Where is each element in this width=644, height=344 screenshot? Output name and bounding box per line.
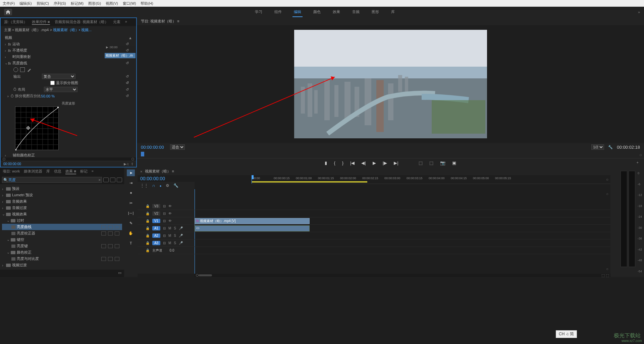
workspace-assembly[interactable]: 组件 [273, 7, 283, 17]
menu-edit[interactable]: 编辑(E) [19, 1, 32, 6]
menu-view[interactable]: 视图(V) [106, 1, 118, 6]
comparison-button[interactable]: ▣ [452, 160, 456, 165]
tree-obsolete[interactable]: ⌄过时 [2, 217, 122, 224]
tab-info[interactable]: 信息 [54, 169, 61, 174]
export-icon[interactable]: ▶♫ ⇪ [124, 162, 133, 166]
video-clip[interactable]: fx 视频素材（暗）.mp4 [V] [195, 218, 310, 224]
home-button[interactable] [4, 9, 12, 15]
tab-metadata[interactable]: 元素 [113, 19, 120, 25]
track-label[interactable]: V1 [152, 219, 160, 223]
lane-a3[interactable] [195, 239, 610, 247]
ripple-tool[interactable]: ✦ [127, 190, 135, 196]
go-to-in-button[interactable]: |◀ [350, 160, 355, 165]
track-a1-header[interactable]: 🔒A1⊟MS🎤 [138, 225, 195, 232]
reset-icon[interactable]: ↺ [126, 81, 129, 85]
tree-audio-fx[interactable]: ›音频效果 [2, 198, 122, 205]
tree-brightness-corrector[interactable]: 亮度校正器 [2, 230, 122, 236]
track-label[interactable]: A3 [152, 241, 160, 245]
lock-icon[interactable]: 🔒 [146, 219, 150, 223]
menu-sequence[interactable]: 序列(S) [54, 1, 66, 6]
output-select[interactable]: 复合 [42, 74, 75, 79]
lock-icon[interactable]: 🔒 [146, 234, 150, 237]
tree-lumetri[interactable]: ›Lumetri 预设 [2, 192, 122, 198]
solo-button[interactable]: S [174, 226, 176, 230]
tab-effects[interactable]: 效果 ≡ [65, 169, 76, 174]
playhead[interactable] [252, 175, 252, 184]
solo-button[interactable]: S [174, 241, 176, 245]
menu-marker[interactable]: 标记(M) [71, 1, 84, 6]
track-a2-header[interactable]: 🔒A2⊟MS🎤 [138, 232, 195, 239]
timeline-scrollbar[interactable]: ⬚ ⬚ [195, 274, 610, 277]
effect-time-remap[interactable]: ›fx时间重映射 [3, 54, 133, 60]
step-back-button[interactable]: ◀| [361, 160, 366, 165]
search-input[interactable] [2, 177, 102, 183]
track-label[interactable]: V3 [152, 204, 160, 208]
tree-video-fx[interactable]: ⌄视频效果 [2, 211, 122, 217]
track-label[interactable]: A2 [152, 233, 160, 238]
filter-icon-2[interactable] [110, 178, 115, 182]
lane-a2[interactable] [195, 232, 610, 239]
reset-icon[interactable]: ↺ [126, 42, 129, 46]
play-button[interactable]: ▶ [373, 160, 376, 165]
linked-selection-icon[interactable]: ∩ [152, 183, 155, 188]
tab-library[interactable]: 库 [46, 169, 50, 174]
tab-markers[interactable]: 标记 [80, 169, 88, 174]
lock-icon[interactable]: 🔒 [146, 212, 150, 215]
track-v3-header[interactable]: 🔒V3⊟👁 [138, 203, 195, 210]
export-frame-button[interactable]: 📷 [440, 160, 445, 165]
lift-button[interactable]: ⬚ [419, 160, 423, 165]
timeline-ruler[interactable]: :00:0000:00:00:1500:00:01:0000:00:01:150… [252, 175, 610, 184]
timeline-timecode[interactable]: 00:00:00:00 [138, 175, 195, 182]
reset-icon[interactable]: ↺ [126, 94, 129, 98]
track-master-header[interactable]: 🔒主声道 0.0 [138, 247, 195, 254]
filter-icon-3[interactable] [117, 178, 122, 182]
track-v1-header[interactable]: 🔒V1⊟👁 [138, 217, 195, 225]
workspace-library[interactable]: 库 [390, 7, 396, 17]
lock-icon[interactable]: 🔒 [146, 241, 150, 245]
ime-indicator[interactable]: CH ♫ 简 [556, 330, 577, 338]
rectangle-mask-icon[interactable] [20, 67, 25, 72]
track-content[interactable]: fx 视频素材（暗）.mp4 [V] ▭ ○ ○ [195, 189, 610, 274]
lane-v3[interactable] [195, 203, 610, 210]
effect-opacity[interactable]: ›fx不透明度↺ [3, 47, 133, 54]
effect-motion[interactable]: ›fx运动↺ [3, 41, 133, 47]
solo-button[interactable]: S [174, 234, 176, 237]
workspace-overflow-icon[interactable]: » [638, 10, 640, 14]
tree-video-transitions[interactable]: ›视频过渡 [2, 262, 122, 268]
tree-audio-tr[interactable]: ›音频过渡 [2, 205, 122, 211]
mark-out-button[interactable]: } [342, 160, 343, 165]
add-button[interactable]: + [637, 160, 639, 164]
pen-tool[interactable]: ✎ [127, 220, 135, 226]
split-view-checkbox[interactable] [50, 81, 55, 85]
tree-brightness-contrast[interactable]: 亮度与对比度 [2, 256, 122, 262]
pen-mask-icon[interactable] [27, 67, 32, 72]
step-forward-button[interactable]: |▶ [383, 160, 387, 165]
lock-icon[interactable]: 🔒 [146, 226, 150, 230]
menu-help[interactable]: 帮助(H) [141, 1, 153, 6]
split-percent-value[interactable]: 50.00 % [41, 94, 55, 98]
workspace-effects[interactable]: 效果 [331, 7, 341, 17]
track-label[interactable]: A1 [152, 226, 160, 230]
overflow-icon[interactable]: » [92, 169, 94, 174]
mark-in-button[interactable]: { [334, 160, 335, 165]
tree-color-correction[interactable]: ⌄颜色校正 [2, 249, 122, 256]
menu-window[interactable]: 窗口(W) [123, 1, 136, 6]
reset-icon[interactable]: ↺ [126, 48, 129, 53]
lane-v2[interactable] [195, 210, 610, 217]
tab-effect-controls[interactable]: 效果控件 ≡ [32, 19, 50, 25]
layout-select[interactable]: 水平 [44, 87, 77, 92]
settings-icon[interactable]: 🔧 [608, 145, 613, 149]
program-ruler[interactable]: ○ [137, 151, 644, 158]
workspace-learn[interactable]: 学习 [254, 7, 264, 17]
zoom-select[interactable]: 适合 [170, 144, 185, 150]
marker-icon[interactable]: ⬥ [159, 183, 162, 188]
lane-master[interactable] [195, 247, 610, 254]
program-playhead[interactable] [141, 152, 144, 156]
mute-button[interactable]: M [168, 226, 171, 230]
slip-tool[interactable]: |↔| [127, 210, 135, 216]
track-options-icon[interactable]: ⬚ ⬚ [601, 273, 609, 278]
tree-presets[interactable]: ›预设 [2, 186, 122, 192]
menu-graphics[interactable]: 图形(G) [88, 1, 101, 6]
brightness-curve-graph[interactable] [15, 107, 59, 150]
effect-brightness-curve[interactable]: ⌄fx亮度曲线↺ [3, 60, 133, 66]
